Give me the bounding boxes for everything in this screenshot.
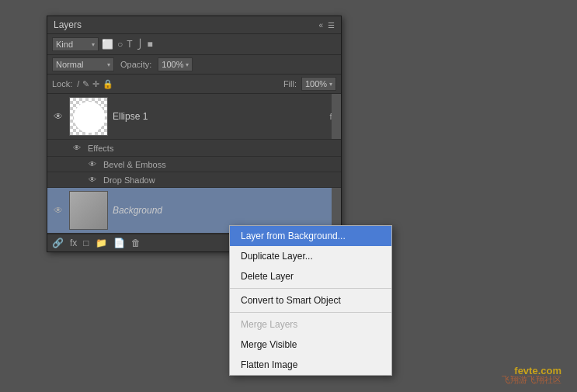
layer-name: Ellipse 1	[113, 111, 325, 122]
delete-layer-icon[interactable]: 🗑	[131, 238, 141, 248]
blend-chevron-icon: ▾	[107, 61, 110, 68]
shadow-name: Drop Shadow	[103, 175, 155, 185]
context-menu-item-merge-visible[interactable]: Merge Visible	[230, 335, 391, 355]
opacity-label: Opacity:	[120, 60, 151, 69]
effect-bevel-row: 👁 Bevel & Emboss	[47, 157, 341, 172]
filter-pixel-icon[interactable]: ⬜	[102, 39, 113, 50]
add-style-icon[interactable]: fx	[70, 238, 77, 248]
lock-all-icon[interactable]: 🔒	[103, 79, 113, 89]
fill-input[interactable]: 100% ▾	[301, 77, 336, 91]
kind-dropdown[interactable]: Kind ▾	[52, 37, 99, 51]
fill-label: Fill:	[283, 79, 297, 88]
kind-label: Kind	[56, 40, 73, 49]
kind-chevron-icon: ▾	[92, 41, 95, 48]
blend-opacity-row: Normal ▾ Opacity: 100% ▾	[47, 55, 341, 75]
context-menu-item-layer-from-background[interactable]: Layer from Background...	[230, 226, 391, 246]
panel-title-controls: « ☰	[318, 21, 335, 29]
bevel-visibility-icon[interactable]: 👁	[86, 160, 99, 168]
toolbar-icons: ⬜ ○ T ⎭ ■	[102, 39, 153, 50]
photoshop-workspace: Layers « ☰ Kind ▾ ⬜ ○ T ⎭ ■ Normal	[0, 0, 577, 392]
panel-title: Layers	[54, 19, 82, 30]
panel-collapse-button[interactable]: «	[318, 21, 323, 29]
new-layer-icon[interactable]: 📄	[113, 238, 125, 248]
effects-header-row: 👁 Effects	[47, 140, 341, 157]
panel-menu-button[interactable]: ☰	[328, 21, 335, 29]
watermark-line2: 飞翔游飞翔社区	[502, 374, 561, 386]
lock-position-icon[interactable]: ✛	[92, 79, 99, 89]
opacity-input[interactable]: 100% ▾	[158, 57, 193, 71]
bevel-name: Bevel & Emboss	[103, 160, 166, 169]
blend-mode-value: Normal	[56, 60, 83, 69]
layer-visibility-icon[interactable]: 👁	[52, 111, 64, 122]
new-group-icon[interactable]: 📁	[96, 238, 107, 248]
layers-list: 👁 Ellipse 1 fx 👁 Effects 👁 Bevel & Embos…	[47, 94, 341, 234]
lock-image-icon[interactable]: ✎	[82, 79, 89, 89]
context-menu: Layer from Background... Duplicate Layer…	[229, 225, 392, 376]
lock-transparent-icon[interactable]: /	[77, 79, 79, 88]
layer-row[interactable]: 👁 Ellipse 1 fx	[47, 94, 341, 140]
bg-visibility-icon[interactable]: 👁	[52, 205, 64, 216]
context-menu-item-convert-smart[interactable]: Convert to Smart Object	[230, 290, 391, 310]
context-menu-item-duplicate-layer[interactable]: Duplicate Layer...	[230, 246, 391, 266]
filter-smart-icon[interactable]: ■	[148, 39, 153, 50]
ellipse-preview	[74, 102, 105, 133]
context-menu-item-delete-layer[interactable]: Delete Layer	[230, 266, 391, 286]
fill-value: 100%	[305, 79, 327, 88]
shadow-visibility-icon[interactable]: 👁	[86, 175, 99, 184]
filter-shape-icon[interactable]: ⎭	[137, 39, 144, 50]
panel-title-bar: Layers « ☰	[47, 16, 341, 34]
effect-shadow-row: 👁 Drop Shadow	[47, 172, 341, 188]
link-layers-icon[interactable]: 🔗	[52, 238, 64, 248]
effects-visibility-icon[interactable]: 👁	[71, 144, 83, 152]
opacity-value: 100%	[162, 60, 183, 69]
filter-adjust-icon[interactable]: ○	[117, 39, 123, 50]
context-menu-separator-1	[230, 288, 391, 289]
context-menu-item-merge-layers: Merge Layers	[230, 314, 391, 335]
context-menu-separator-2	[230, 312, 391, 313]
blend-mode-dropdown[interactable]: Normal ▾	[52, 57, 114, 71]
layers-toolbar: Kind ▾ ⬜ ○ T ⎭ ■	[47, 34, 341, 55]
layer-thumbnail	[69, 97, 108, 136]
layers-panel: Layers « ☰ Kind ▾ ⬜ ○ T ⎭ ■ Normal	[47, 16, 342, 252]
lock-icons: / ✎ ✛ 🔒	[77, 79, 113, 89]
lock-fill-row: Lock: / ✎ ✛ 🔒 Fill: 100% ▾	[47, 75, 341, 94]
effects-label: Effects	[88, 144, 113, 153]
layer-scrollbar	[332, 94, 341, 139]
fill-chevron-icon: ▾	[329, 81, 332, 88]
filter-type-icon[interactable]: T	[127, 39, 132, 50]
bg-thumbnail	[69, 191, 108, 230]
lock-label: Lock:	[52, 79, 72, 88]
bg-layer-name: Background	[113, 205, 336, 216]
context-menu-item-flatten[interactable]: Flatten Image	[230, 355, 391, 375]
add-mask-icon[interactable]: □	[83, 238, 89, 248]
opacity-chevron-icon: ▾	[186, 61, 189, 68]
